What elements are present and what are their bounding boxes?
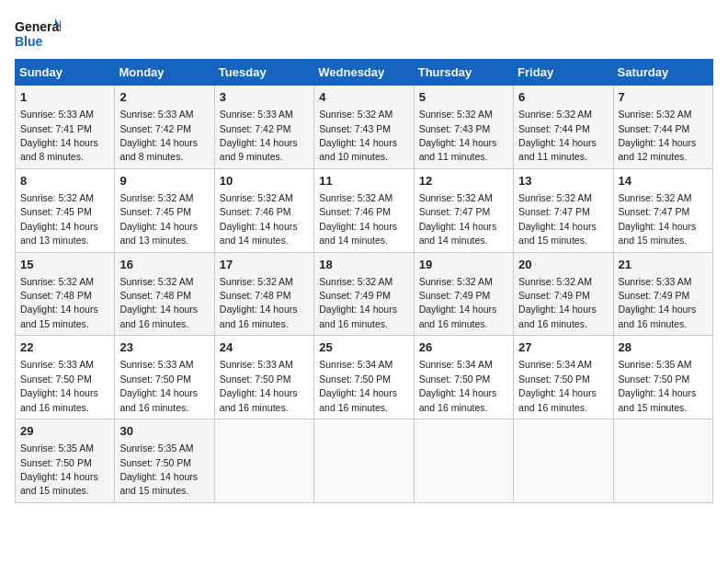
day-sunrise: Sunrise: 5:32 AM	[518, 109, 592, 120]
svg-text:Blue: Blue	[15, 34, 43, 49]
day-sunset: Sunset: 7:50 PM	[419, 373, 491, 385]
day-number: 18	[319, 257, 408, 273]
day-daylight: Daylight: 14 hours and 16 minutes.	[518, 304, 597, 328]
calendar-cell: 22 Sunrise: 5:33 AM Sunset: 7:50 PM Dayl…	[16, 336, 115, 419]
day-sunrise: Sunrise: 5:33 AM	[119, 109, 193, 120]
day-number: 10	[220, 173, 309, 190]
day-daylight: Daylight: 14 hours and 15 minutes.	[20, 471, 98, 496]
header-tuesday: Tuesday	[214, 60, 313, 86]
day-daylight: Daylight: 14 hours and 16 minutes.	[319, 304, 397, 328]
day-sunrise: Sunrise: 5:33 AM	[220, 359, 293, 370]
day-number: 16	[119, 257, 209, 273]
day-number: 4	[319, 89, 408, 106]
day-daylight: Daylight: 14 hours and 14 minutes.	[419, 221, 497, 246]
day-sunset: Sunset: 7:50 PM	[119, 457, 191, 468]
day-daylight: Daylight: 14 hours and 15 minutes.	[119, 471, 198, 496]
day-daylight: Daylight: 14 hours and 15 minutes.	[619, 387, 697, 412]
calendar-cell: 12 Sunrise: 5:32 AM Sunset: 7:47 PM Dayl…	[414, 168, 513, 252]
day-sunrise: Sunrise: 5:32 AM	[419, 109, 493, 120]
day-sunset: Sunset: 7:47 PM	[518, 206, 590, 217]
day-sunset: Sunset: 7:50 PM	[20, 373, 92, 385]
day-number: 19	[419, 257, 508, 273]
day-daylight: Daylight: 14 hours and 16 minutes.	[119, 304, 198, 328]
day-number: 5	[419, 89, 508, 106]
day-sunrise: Sunrise: 5:33 AM	[619, 276, 692, 287]
day-sunrise: Sunrise: 5:33 AM	[20, 109, 94, 120]
calendar-cell: 19 Sunrise: 5:32 AM Sunset: 7:49 PM Dayl…	[414, 252, 513, 336]
day-sunrise: Sunrise: 5:32 AM	[518, 276, 592, 287]
day-sunrise: Sunrise: 5:32 AM	[20, 192, 94, 203]
day-sunset: Sunset: 7:50 PM	[619, 373, 690, 385]
calendar-cell: 8 Sunrise: 5:32 AM Sunset: 7:45 PM Dayli…	[16, 168, 115, 252]
day-sunset: Sunset: 7:49 PM	[619, 290, 690, 301]
day-sunset: Sunset: 7:49 PM	[518, 290, 590, 301]
day-sunrise: Sunrise: 5:32 AM	[119, 192, 193, 203]
day-sunset: Sunset: 7:46 PM	[319, 206, 391, 217]
day-sunrise: Sunrise: 5:33 AM	[20, 359, 94, 370]
day-sunrise: Sunrise: 5:32 AM	[220, 192, 293, 203]
day-number: 27	[518, 339, 608, 356]
day-daylight: Daylight: 14 hours and 11 minutes.	[419, 137, 497, 162]
day-daylight: Daylight: 14 hours and 16 minutes.	[220, 304, 298, 328]
calendar-cell: 10 Sunrise: 5:32 AM Sunset: 7:46 PM Dayl…	[214, 168, 313, 252]
logo-svg: General Blue	[15, 15, 61, 53]
day-sunrise: Sunrise: 5:34 AM	[319, 359, 392, 370]
day-number: 28	[619, 339, 708, 356]
calendar-cell: 15 Sunrise: 5:32 AM Sunset: 7:48 PM Dayl…	[16, 252, 115, 336]
day-number: 14	[619, 173, 708, 190]
header-wednesday: Wednesday	[314, 60, 414, 86]
day-daylight: Daylight: 14 hours and 16 minutes.	[220, 387, 298, 412]
day-sunset: Sunset: 7:49 PM	[319, 290, 391, 301]
day-sunset: Sunset: 7:50 PM	[518, 373, 590, 385]
day-daylight: Daylight: 14 hours and 16 minutes.	[419, 304, 497, 328]
calendar-cell	[214, 419, 313, 503]
day-sunset: Sunset: 7:46 PM	[220, 206, 291, 217]
day-sunset: Sunset: 7:47 PM	[619, 206, 690, 217]
calendar-week-row: 15 Sunrise: 5:32 AM Sunset: 7:48 PM Dayl…	[16, 252, 713, 336]
day-sunset: Sunset: 7:48 PM	[119, 290, 191, 301]
day-sunrise: Sunrise: 5:32 AM	[419, 276, 493, 287]
calendar-cell: 28 Sunrise: 5:35 AM Sunset: 7:50 PM Dayl…	[613, 336, 712, 419]
calendar-cell: 16 Sunrise: 5:32 AM Sunset: 7:48 PM Dayl…	[115, 252, 214, 336]
day-sunrise: Sunrise: 5:32 AM	[319, 109, 392, 120]
calendar-cell: 17 Sunrise: 5:32 AM Sunset: 7:48 PM Dayl…	[214, 252, 313, 336]
calendar-week-row: 8 Sunrise: 5:32 AM Sunset: 7:45 PM Dayli…	[16, 168, 713, 252]
calendar-cell	[314, 419, 414, 503]
day-sunset: Sunset: 7:44 PM	[518, 123, 590, 134]
calendar-week-row: 1 Sunrise: 5:33 AM Sunset: 7:41 PM Dayli…	[16, 86, 713, 169]
day-daylight: Daylight: 14 hours and 13 minutes.	[20, 221, 98, 246]
day-number: 21	[619, 257, 708, 273]
day-number: 20	[518, 257, 608, 273]
day-sunrise: Sunrise: 5:34 AM	[419, 359, 493, 370]
day-daylight: Daylight: 14 hours and 10 minutes.	[319, 137, 397, 162]
calendar-cell: 23 Sunrise: 5:33 AM Sunset: 7:50 PM Dayl…	[115, 336, 214, 419]
day-sunset: Sunset: 7:47 PM	[419, 206, 491, 217]
calendar-cell: 21 Sunrise: 5:33 AM Sunset: 7:49 PM Dayl…	[613, 252, 712, 336]
calendar-cell: 27 Sunrise: 5:34 AM Sunset: 7:50 PM Dayl…	[514, 336, 613, 419]
day-daylight: Daylight: 14 hours and 15 minutes.	[619, 221, 697, 246]
day-sunset: Sunset: 7:50 PM	[20, 457, 92, 468]
calendar-header-row: SundayMondayTuesdayWednesdayThursdayFrid…	[16, 60, 713, 86]
day-daylight: Daylight: 14 hours and 16 minutes.	[119, 387, 198, 412]
calendar-cell: 30 Sunrise: 5:35 AM Sunset: 7:50 PM Dayl…	[115, 419, 214, 503]
day-sunset: Sunset: 7:48 PM	[220, 290, 291, 301]
day-number: 26	[419, 339, 508, 356]
day-number: 30	[119, 423, 209, 440]
day-daylight: Daylight: 14 hours and 16 minutes.	[20, 387, 98, 412]
day-sunrise: Sunrise: 5:32 AM	[419, 192, 493, 203]
calendar-cell: 18 Sunrise: 5:32 AM Sunset: 7:49 PM Dayl…	[314, 252, 414, 336]
calendar-cell	[613, 419, 712, 503]
calendar-cell: 11 Sunrise: 5:32 AM Sunset: 7:46 PM Dayl…	[314, 168, 414, 252]
day-sunrise: Sunrise: 5:35 AM	[619, 359, 692, 370]
calendar-cell: 5 Sunrise: 5:32 AM Sunset: 7:43 PM Dayli…	[414, 86, 513, 169]
day-sunset: Sunset: 7:48 PM	[20, 290, 92, 301]
day-daylight: Daylight: 14 hours and 16 minutes.	[319, 387, 397, 412]
day-number: 1	[20, 89, 109, 106]
page-header: General Blue	[15, 15, 713, 53]
day-number: 7	[619, 89, 708, 106]
day-daylight: Daylight: 14 hours and 13 minutes.	[119, 221, 198, 246]
day-sunset: Sunset: 7:49 PM	[419, 290, 491, 301]
day-sunset: Sunset: 7:43 PM	[319, 123, 391, 134]
day-daylight: Daylight: 14 hours and 14 minutes.	[220, 221, 298, 246]
calendar-cell: 9 Sunrise: 5:32 AM Sunset: 7:45 PM Dayli…	[115, 168, 214, 252]
